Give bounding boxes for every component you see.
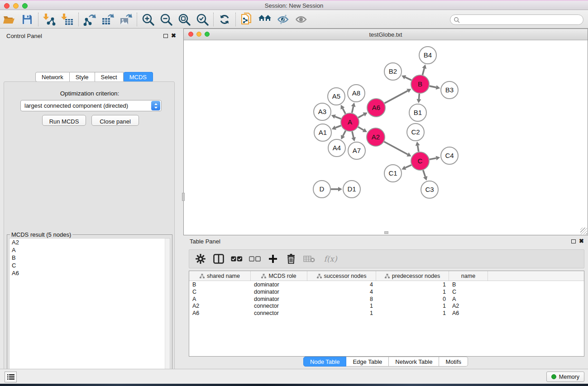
network-vscrollbar-thumb[interactable] bbox=[182, 193, 185, 201]
column-header-MCDS-role[interactable]: MCDS role bbox=[251, 271, 307, 281]
network-window-titlebar[interactable]: testGlobe.txt bbox=[184, 29, 588, 40]
mcds-result-item[interactable]: B bbox=[10, 254, 170, 262]
cell-name[interactable]: A bbox=[449, 295, 488, 303]
home-neighbors-icon[interactable] bbox=[256, 12, 274, 27]
table-settings-gear-icon[interactable] bbox=[195, 253, 206, 265]
run-mcds-button[interactable]: Run MCDS bbox=[42, 115, 86, 126]
table-row[interactable]: Bdominator41B bbox=[189, 281, 584, 288]
import-network-icon[interactable] bbox=[40, 12, 58, 27]
column-header-shared-name[interactable]: shared name bbox=[189, 271, 251, 281]
select-all-checkboxes-icon[interactable] bbox=[231, 253, 243, 265]
show-eye-icon[interactable] bbox=[292, 12, 310, 27]
edge-C-C4[interactable] bbox=[430, 158, 436, 159]
cell-successor-nodes[interactable]: 1 bbox=[307, 310, 376, 317]
save-icon[interactable] bbox=[18, 12, 36, 27]
edge-C-C2[interactable] bbox=[418, 146, 419, 152]
mcds-result-item[interactable]: A2 bbox=[10, 238, 170, 246]
export-image-icon[interactable] bbox=[117, 12, 135, 27]
cell-predecessor-nodes[interactable]: 1 bbox=[376, 302, 449, 310]
add-column-plus-icon[interactable] bbox=[267, 253, 279, 265]
cell-predecessor-nodes[interactable]: 0 bbox=[376, 295, 449, 303]
cell-successor-nodes[interactable]: 8 bbox=[307, 295, 376, 303]
table-row[interactable]: Cdominator41C bbox=[189, 288, 584, 295]
edge-A6-B[interactable] bbox=[385, 91, 408, 103]
cell-shared-name[interactable]: A6 bbox=[189, 310, 251, 317]
tab-select[interactable]: Select bbox=[95, 72, 124, 82]
tab-network[interactable]: Network bbox=[35, 72, 70, 82]
zoom-fit-icon[interactable] bbox=[175, 12, 193, 27]
tab-style[interactable]: Style bbox=[70, 72, 95, 82]
cell-name[interactable]: B bbox=[449, 281, 488, 288]
column-layout-icon[interactable] bbox=[213, 253, 225, 265]
edge-C-C3[interactable] bbox=[423, 170, 425, 177]
cell-MCDS-role[interactable]: dominator bbox=[251, 288, 307, 295]
zoom-in-icon[interactable] bbox=[139, 12, 157, 27]
table-row[interactable]: A6connector11A6 bbox=[189, 310, 584, 317]
edge-A-A1[interactable] bbox=[335, 126, 341, 128]
export-network-icon[interactable] bbox=[81, 12, 99, 27]
tab-motifs[interactable]: Motifs bbox=[439, 357, 468, 367]
close-panel-icon[interactable]: ✖ bbox=[171, 33, 176, 38]
criterion-select[interactable]: largest connected component (directed) bbox=[20, 100, 162, 111]
zoom-selected-icon[interactable] bbox=[193, 12, 211, 27]
cell-name[interactable]: A2 bbox=[449, 302, 488, 310]
clone-network-icon[interactable] bbox=[238, 12, 256, 27]
edge-B-B4[interactable] bbox=[422, 68, 424, 75]
search-field[interactable] bbox=[450, 14, 583, 25]
edge-B-B2[interactable] bbox=[405, 77, 411, 80]
export-table-icon[interactable] bbox=[99, 12, 117, 27]
memory-button[interactable]: Memory bbox=[546, 372, 584, 382]
edge-A-A2[interactable] bbox=[358, 127, 363, 130]
deselect-all-checkboxes-icon[interactable] bbox=[249, 253, 261, 265]
network-hscrollbar-thumb[interactable] bbox=[384, 231, 388, 234]
cell-predecessor-nodes[interactable]: 1 bbox=[376, 310, 449, 317]
mcds-list-scrollbar[interactable] bbox=[165, 238, 170, 386]
network-canvas[interactable]: B4B2BB3A8A5A6A3B1AC2A1A2A4A7C4CC1DD1C3 bbox=[184, 40, 588, 232]
import-table-icon[interactable] bbox=[58, 12, 76, 27]
edge-B-B1[interactable] bbox=[419, 94, 419, 99]
table-float-panel-icon[interactable] bbox=[571, 239, 576, 243]
edge-A2-C[interactable] bbox=[384, 142, 407, 154]
cell-shared-name[interactable]: A bbox=[189, 295, 251, 303]
cell-successor-nodes[interactable]: 4 bbox=[307, 281, 376, 288]
edge-A-A6[interactable] bbox=[358, 114, 363, 118]
column-header-predecessor-nodes[interactable]: predecessor nodes bbox=[376, 271, 449, 281]
delete-column-trash-icon[interactable] bbox=[285, 253, 297, 265]
close-panel-button[interactable]: Close panel bbox=[91, 115, 139, 126]
cell-name[interactable]: C bbox=[449, 288, 488, 295]
float-panel-icon[interactable] bbox=[163, 34, 168, 38]
column-header-name[interactable]: name bbox=[449, 271, 488, 281]
edge-B-B3[interactable] bbox=[430, 86, 436, 87]
table-close-panel-icon[interactable]: ✖ bbox=[579, 239, 584, 243]
cell-successor-nodes[interactable]: 4 bbox=[307, 288, 376, 295]
column-header-successor-nodes[interactable]: successor nodes bbox=[307, 271, 376, 281]
mcds-result-item[interactable]: A6 bbox=[10, 269, 170, 277]
task-history-button[interactable] bbox=[5, 372, 17, 382]
function-builder-icon[interactable]: f(x) bbox=[321, 253, 339, 265]
delete-table-icon[interactable] bbox=[303, 253, 315, 265]
cell-successor-nodes[interactable]: 1 bbox=[307, 302, 376, 310]
tab-node-table[interactable]: Node Table bbox=[303, 357, 347, 367]
edge-A-A3[interactable] bbox=[335, 117, 341, 119]
open-folder-icon[interactable] bbox=[0, 12, 18, 27]
cell-MCDS-role[interactable]: connector bbox=[251, 302, 307, 310]
edge-A-A7[interactable] bbox=[352, 131, 354, 137]
table-row[interactable]: Adominator80A bbox=[189, 295, 584, 303]
hide-eye-icon[interactable] bbox=[274, 12, 292, 27]
cell-predecessor-nodes[interactable]: 1 bbox=[376, 281, 449, 288]
cell-shared-name[interactable]: C bbox=[189, 288, 251, 295]
mcds-result-item[interactable]: C bbox=[10, 262, 170, 269]
zoom-out-icon[interactable] bbox=[157, 12, 175, 27]
table-row[interactable]: A2connector11A2 bbox=[189, 302, 584, 310]
cell-predecessor-nodes[interactable]: 1 bbox=[376, 288, 449, 295]
resize-grip-icon[interactable] bbox=[580, 228, 587, 234]
edge-C-C1[interactable] bbox=[405, 165, 411, 168]
cell-shared-name[interactable]: A2 bbox=[189, 302, 251, 310]
cell-MCDS-role[interactable]: dominator bbox=[251, 281, 307, 288]
search-input[interactable] bbox=[462, 17, 583, 23]
edge-A-A5[interactable] bbox=[343, 109, 345, 114]
refresh-icon[interactable] bbox=[215, 12, 234, 27]
edge-A-A4[interactable] bbox=[343, 131, 346, 136]
cell-shared-name[interactable]: B bbox=[189, 281, 251, 288]
cell-name[interactable]: A6 bbox=[449, 310, 488, 317]
